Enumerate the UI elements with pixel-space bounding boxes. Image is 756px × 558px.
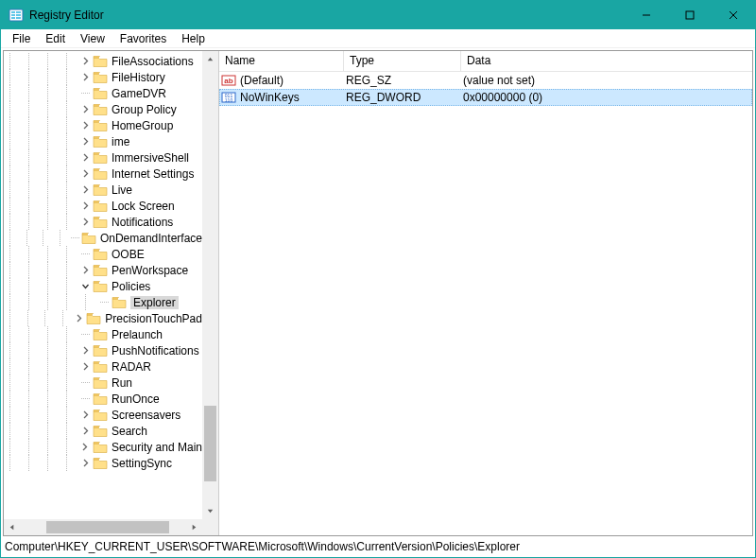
value-type: REG_DWORD [346, 91, 463, 104]
tree-node[interactable]: Notifications [4, 214, 202, 230]
tree-node-label[interactable]: Run [112, 376, 132, 390]
chevron-down-icon[interactable] [79, 281, 91, 292]
chevron-right-icon[interactable] [79, 56, 91, 67]
chevron-right-icon[interactable] [75, 313, 85, 324]
tree-vertical-scrollbar[interactable] [202, 51, 218, 519]
tree-node[interactable]: Prelaunch [4, 326, 202, 342]
tree-node[interactable]: PrecisionTouchPad [4, 310, 202, 326]
tree-node-label[interactable]: FileAssociations [112, 55, 194, 68]
chevron-right-icon[interactable] [79, 361, 91, 373]
tree-node[interactable]: ImmersiveShell [4, 149, 202, 166]
chevron-right-icon[interactable] [79, 120, 91, 131]
chevron-right-icon[interactable] [79, 168, 91, 180]
tree-node-label[interactable]: ime [112, 135, 129, 148]
values-list[interactable]: (Default)REG_SZ(value not set)NoWinKeysR… [219, 72, 752, 535]
chevron-right-icon[interactable] [79, 72, 91, 83]
scroll-thumb[interactable] [46, 521, 169, 533]
tree-node[interactable]: FileAssociations [4, 53, 202, 69]
tree-node-label[interactable]: RADAR [112, 360, 151, 374]
minimize-button[interactable] [625, 1, 668, 29]
chevron-right-icon[interactable] [79, 152, 91, 164]
tree-node[interactable]: SettingSync [4, 455, 202, 471]
chevron-right-icon[interactable] [79, 345, 91, 357]
tree-node-label[interactable]: Prelaunch [112, 328, 163, 341]
tree-node[interactable]: PenWorkspace [4, 262, 202, 278]
tree-node[interactable]: Search [4, 423, 202, 439]
tree-node[interactable]: Policies [4, 278, 202, 294]
tree-node-label[interactable]: Screensavers [112, 409, 180, 422]
tree-node-label[interactable]: Live [112, 183, 132, 197]
tree-node[interactable]: Explorer [4, 294, 202, 310]
maximize-button[interactable] [668, 1, 712, 29]
tree-node[interactable]: ime [4, 133, 202, 149]
tree-node-label[interactable]: Search [112, 425, 147, 438]
chevron-right-icon[interactable] [79, 426, 91, 437]
value-row[interactable]: (Default)REG_SZ(value not set) [219, 72, 752, 89]
chevron-right-icon[interactable] [79, 265, 91, 276]
tree-node[interactable]: OOBE [4, 246, 202, 262]
tree-node-label[interactable]: PushNotifications [112, 344, 199, 357]
chevron-right-icon[interactable] [79, 184, 91, 196]
chevron-right-icon[interactable] [79, 442, 91, 453]
tree-node[interactable]: OnDemandInterface [4, 230, 202, 246]
chevron-right-icon[interactable] [79, 104, 91, 115]
tree-node[interactable]: Security and Main [4, 439, 202, 455]
tree-node[interactable]: RunOnce [4, 391, 202, 407]
tree-node-label[interactable]: GameDVR [112, 87, 166, 100]
chevron-right-icon[interactable] [79, 458, 91, 469]
titlebar[interactable]: Registry Editor [1, 1, 755, 29]
menu-view[interactable]: View [73, 30, 112, 47]
scroll-track[interactable] [20, 519, 186, 535]
tree-node-label[interactable]: Policies [112, 280, 150, 293]
tree-node[interactable]: PushNotifications [4, 342, 202, 358]
tree-node-label[interactable]: FileHistory [112, 71, 165, 84]
tree-horizontal-scrollbar[interactable] [4, 519, 202, 535]
tree-node[interactable]: HomeGroup [4, 117, 202, 133]
tree-node-label[interactable]: Lock Screen [112, 200, 175, 213]
tree-node-label[interactable]: Internet Settings [112, 167, 194, 181]
scroll-track[interactable] [202, 67, 218, 503]
tree-node-label[interactable]: SettingSync [112, 457, 172, 470]
scroll-left-arrow-icon[interactable] [4, 519, 20, 535]
scroll-thumb[interactable] [204, 406, 216, 481]
close-button[interactable] [712, 1, 755, 29]
tree-node-label[interactable]: ImmersiveShell [112, 151, 189, 165]
tree-node-label[interactable]: OOBE [112, 248, 145, 261]
tree-node-label[interactable]: Explorer [130, 296, 179, 309]
folder-icon [93, 392, 108, 406]
scroll-up-arrow-icon[interactable] [202, 51, 218, 67]
scroll-down-arrow-icon[interactable] [202, 503, 218, 519]
value-data: (value not set) [463, 74, 535, 87]
value-row[interactable]: NoWinKeysREG_DWORD0x00000000 (0) [219, 89, 752, 106]
tree-node-label[interactable]: HomeGroup [112, 119, 173, 132]
chevron-right-icon[interactable] [79, 217, 91, 228]
chevron-right-icon[interactable] [79, 410, 91, 421]
registry-tree[interactable]: FileAssociationsFileHistoryGameDVRGroup … [4, 51, 202, 519]
tree-node-label[interactable]: Group Policy [112, 103, 177, 116]
chevron-right-icon[interactable] [79, 136, 91, 148]
column-header-data[interactable]: Data [461, 51, 752, 71]
tree-node[interactable]: Screensavers [4, 407, 202, 423]
column-header-type[interactable]: Type [344, 51, 461, 71]
tree-node[interactable]: GameDVR [4, 85, 202, 101]
tree-node[interactable]: FileHistory [4, 69, 202, 85]
scroll-right-arrow-icon[interactable] [186, 519, 202, 535]
tree-node-label[interactable]: PrecisionTouchPad [105, 312, 202, 325]
tree-node[interactable]: Group Policy [4, 101, 202, 117]
tree-node-label[interactable]: Security and Main [112, 441, 202, 454]
tree-node-label[interactable]: PenWorkspace [112, 264, 188, 277]
menu-file[interactable]: File [5, 30, 38, 47]
tree-node-label[interactable]: OnDemandInterface [100, 232, 202, 245]
menu-favorites[interactable]: Favorites [112, 30, 174, 47]
tree-node-label[interactable]: Notifications [112, 216, 173, 229]
tree-node[interactable]: Run [4, 375, 202, 391]
menu-edit[interactable]: Edit [38, 30, 73, 47]
tree-node-label[interactable]: RunOnce [112, 392, 160, 406]
column-header-name[interactable]: Name [219, 51, 344, 71]
menu-help[interactable]: Help [174, 30, 213, 47]
tree-node[interactable]: Internet Settings [4, 166, 202, 182]
chevron-right-icon[interactable] [79, 201, 91, 212]
tree-node[interactable]: Lock Screen [4, 198, 202, 214]
tree-node[interactable]: Live [4, 182, 202, 198]
tree-node[interactable]: RADAR [4, 358, 202, 375]
